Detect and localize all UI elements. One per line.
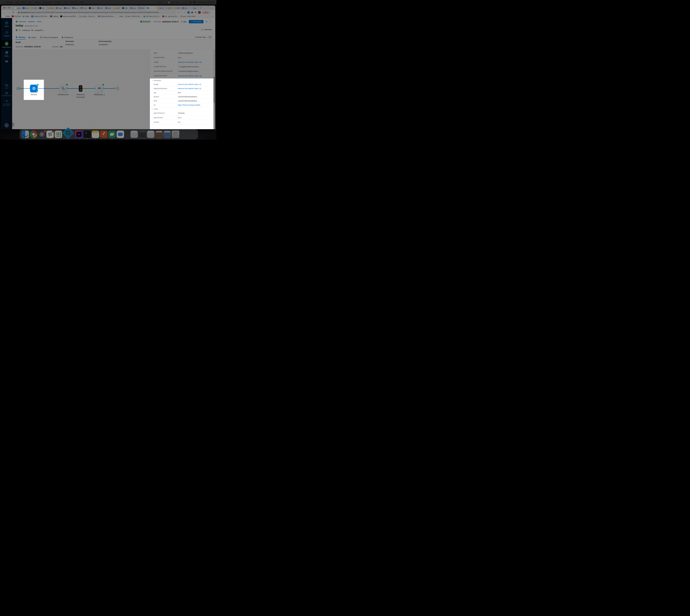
browser-tab[interactable]: [fix]: ✕ — [39, 6, 47, 10]
dock-fauna-icon[interactable] — [108, 131, 116, 138]
new-tab-button[interactable]: + — [199, 6, 203, 10]
side-panel-icon[interactable]: ⬒ — [195, 11, 196, 14]
sidebar-item-help[interactable]: ? HELP — [1, 84, 12, 89]
service-node-label[interactable]: Service — [27, 93, 41, 95]
dock-minimized-window-1[interactable] — [130, 131, 138, 138]
infrastructure-node[interactable]: </> — [59, 85, 67, 92]
backblaze-icon[interactable]: ◖ — [164, 1, 165, 3]
bookmark-item[interactable]: Git - git-revert Do... — [162, 16, 178, 17]
spotlight-search-icon[interactable] — [189, 1, 191, 3]
service-node[interactable]: ⚙ </> — [30, 85, 38, 92]
panel-row-value[interactable]: true — [178, 57, 181, 59]
control-center-icon[interactable] — [193, 1, 195, 3]
dock-zoom-icon[interactable] — [117, 131, 124, 138]
lock-icon[interactable] — [18, 12, 19, 13]
shellscript-node-label[interactable]: ShellScript_1 — [92, 93, 106, 95]
wifi-icon[interactable] — [185, 1, 187, 3]
dock-system-settings-icon[interactable]: ⚙1 — [38, 131, 45, 138]
panel-row-value[interactable]: ArtifactoryRegistry — [178, 52, 193, 54]
dock-intellij-icon[interactable]: IJ — [75, 131, 83, 138]
edit-pipeline-button[interactable]: ✎Edit Pipeline — [189, 20, 204, 23]
dock-chrome-icon[interactable] — [30, 131, 37, 138]
menu-item[interactable]: View — [27, 1, 32, 3]
dock-minimized-window-4[interactable] — [155, 131, 163, 138]
bookmark-item[interactable]: YouTube — [12, 16, 21, 17]
bookmark-item[interactable]: java - What is the... — [125, 16, 141, 17]
bookmark-item[interactable]: harness-core/REA... — [60, 16, 77, 17]
metadata-row-value[interactable]: harness-ken-docker-repo-1.jf... — [178, 87, 203, 89]
breadcrumb-pipelines[interactable]: Pipelines — [28, 21, 35, 23]
menu-item[interactable]: Tab — [64, 1, 67, 3]
menu-item[interactable]: File — [16, 1, 19, 3]
browser-tab[interactable]: gar-v ✕ — [72, 6, 80, 10]
browser-tab[interactable]: [CDS ✕ — [165, 6, 173, 10]
panel-row-value[interactable]: harness-ken-docker-repo-1.jfr... — [178, 75, 203, 77]
profile-avatar-a[interactable]: A — [198, 11, 201, 14]
sidebar-user-avatar[interactable]: A — [5, 124, 8, 127]
dock-minimized-window-3[interactable] — [147, 131, 154, 138]
tab-policy-evaluations[interactable]: Policy Evaluations — [40, 35, 58, 40]
metadata-row-value[interactable]: sha256:658c8eae64831... — [178, 100, 198, 102]
resource-constraint-node[interactable] — [79, 85, 82, 92]
browser-tab[interactable]: HRA ✕ — [138, 6, 146, 10]
resource-constraint-label-1[interactable]: Resource — [74, 93, 87, 95]
panel-row-value[interactable]: <+dockerConfigJsonSecr... — [178, 70, 200, 72]
collapse-chevron-icon[interactable]: ∧ — [152, 108, 153, 110]
menu-item[interactable]: History — [35, 1, 40, 3]
panel-row-value[interactable]: <+imagePullSecret.primar... — [178, 66, 200, 68]
environments-value[interactable]: sampleEnv — [99, 43, 111, 46]
bookmarks-overflow-icon[interactable]: » — [212, 15, 213, 17]
browser-tab[interactable]: Work ✕ — [88, 6, 97, 10]
browser-tab[interactable]: Supp ✕ — [55, 6, 63, 10]
console-view-toggle[interactable] — [207, 36, 212, 38]
browser-tab[interactable]: grey ✕ — [130, 6, 138, 10]
dock-trash-icon[interactable] — [172, 131, 179, 138]
bookmark-item[interactable]: node.js - How to d... — [79, 16, 96, 17]
stage-name[interactable]: firstS — [16, 41, 21, 43]
browser-tab[interactable]: Vault ✕ — [190, 6, 198, 10]
services-value[interactable]: Artifactory — [65, 43, 74, 46]
menu-item[interactable]: Edit — [22, 1, 25, 3]
hand-warning-icon[interactable]: ☝ — [168, 1, 170, 3]
browser-menu-kebab-icon[interactable]: ⋮ — [211, 11, 213, 14]
battery-module-icon[interactable]: ▥ — [173, 1, 174, 3]
canvas-collapse-handle[interactable] — [12, 123, 14, 127]
menu-item[interactable]: Window — [70, 1, 77, 3]
resource-constraint-label-2[interactable]: Constraint — [74, 96, 87, 98]
bookmark-item[interactable]: Expensify Reimbu... — [98, 16, 114, 17]
browser-tab[interactable]: S ✕ — [146, 6, 157, 10]
dock-finder-icon[interactable] — [22, 131, 29, 138]
collapse-chevron-icon[interactable]: ∧ — [152, 80, 153, 81]
metadata-row-value[interactable]: four — [178, 91, 181, 94]
breadcrumb-pipeline-name[interactable]: today — [37, 21, 42, 23]
profile-badge-m[interactable]: M — [187, 11, 190, 14]
tab-inputs[interactable]: Inputs — [28, 35, 36, 40]
browser-tab[interactable]: [CDS ✕ — [47, 6, 55, 10]
zoom-menu-item[interactable]: zoom — [158, 1, 162, 3]
address-bar[interactable]: qa.harness.io/ng/account/px7xd_BFRCi-pfW… — [16, 10, 176, 14]
breadcrumb-project[interactable]: Abhishek — [19, 21, 26, 23]
sidebar-item-deployments[interactable]: ∞ Deployments — [1, 40, 12, 50]
tab-pipeline[interactable]: Pipeline — [16, 35, 25, 40]
panel-row-value[interactable]: harness-ken-docker-repo-1.jfr... — [178, 61, 203, 63]
share-icon[interactable]: ⌃ — [181, 11, 183, 14]
browser-tab[interactable]: CDS ✕ — [122, 6, 130, 10]
sidebar-item-dashboards[interactable]: DASHBOARDS — [1, 92, 12, 96]
label-row-value[interactable]: 100hello — [178, 112, 185, 114]
bookmark-item[interactable]: Campus 2022 lear... — [31, 16, 48, 17]
browser-tab[interactable]: Abor ✕ — [105, 6, 113, 10]
minimize-window-button[interactable] — [6, 7, 7, 8]
bookmark-item[interactable]: java - mock meth... — [181, 16, 196, 17]
battery-icon[interactable]: ▭ — [181, 1, 182, 3]
menu-app-name[interactable]: Chrome — [6, 1, 13, 3]
browser-tab[interactable]: CD D ✕ — [30, 6, 39, 10]
dock-terminal-icon[interactable] — [83, 131, 91, 138]
menu-clock[interactable]: Wed 19 Apr 6:59 PM — [198, 1, 214, 3]
chrome-update-button[interactable]: Update — [202, 11, 210, 14]
tab-search-chevron-icon[interactable]: ⌄ — [212, 7, 213, 9]
sidebar-item-account-settings[interactable]: ⚙ ACCOUNT SETTINGS — [1, 100, 12, 106]
bookmark-item[interactable]: Sapling — [50, 16, 58, 17]
header-kebab-menu[interactable]: ⋮ — [210, 20, 212, 23]
reload-button[interactable]: ↻ — [13, 11, 14, 14]
metadata-section-header[interactable]: ∧ Metadata — [150, 79, 213, 82]
